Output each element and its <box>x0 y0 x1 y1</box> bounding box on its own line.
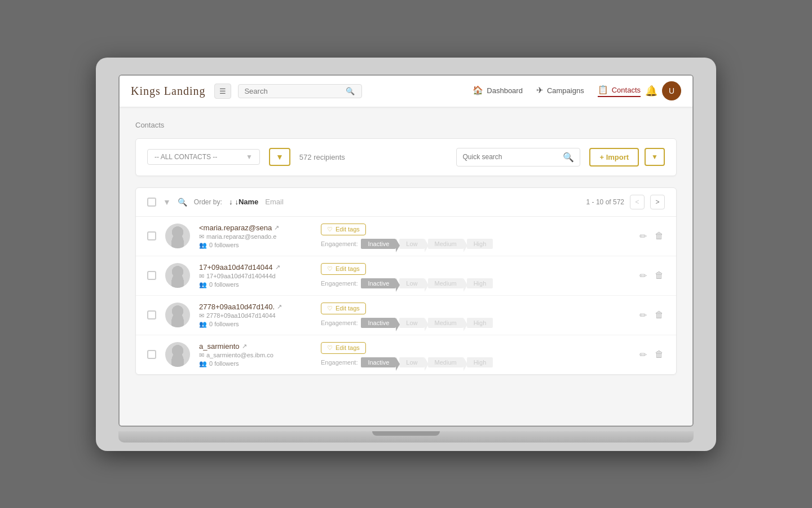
pagination-next[interactable]: > <box>650 195 665 209</box>
table-filter-icon[interactable]: ▼ <box>163 198 171 207</box>
contact-name-3[interactable]: 2778+09aa10d47d140. ↗ <box>199 303 312 311</box>
contact-tags-2: ♡ Edit tags Engagement: Inactive Low Med… <box>321 263 629 288</box>
nav-campaigns-label: Campaigns <box>547 86 584 95</box>
eng-medium-2[interactable]: Medium <box>428 278 464 288</box>
row-checkbox-4[interactable] <box>147 350 156 359</box>
eng-low-1[interactable]: Low <box>399 239 424 249</box>
heart-icon: ♡ <box>327 226 333 233</box>
external-link-icon: ↗ <box>242 343 247 350</box>
engagement-bar-4: Engagement: Inactive Low Medium High <box>321 357 629 367</box>
nav-campaigns[interactable]: ✈ Campaigns <box>536 85 584 97</box>
contact-followers-4: 👥 0 followers <box>199 360 312 367</box>
dashboard-icon: 🏠 <box>473 85 483 95</box>
heart-icon: ♡ <box>327 305 333 312</box>
pagination: 1 - 10 of 572 < > <box>586 195 665 209</box>
nav-links: 🏠 Dashboard ✈ Campaigns 📋 Contacts <box>473 85 641 97</box>
engagement-label: Engagement: <box>321 359 358 366</box>
contact-name-1[interactable]: <maria.reparaz@sena ↗ <box>199 224 312 232</box>
app-container: Kings Landing ☰ 🔍 🏠 Dashboard ✈ Campaign… <box>120 76 692 426</box>
nav-dashboard[interactable]: 🏠 Dashboard <box>473 85 523 97</box>
row-checkbox-2[interactable] <box>147 271 156 280</box>
followers-icon: 👥 <box>199 360 207 367</box>
delete-button-3[interactable]: 🗑 <box>654 309 665 321</box>
edit-tags-button-4[interactable]: ♡ Edit tags <box>321 342 366 354</box>
engagement-bar-3: Engagement: Inactive Low Medium High <box>321 318 629 328</box>
contact-followers-3: 👥 0 followers <box>199 321 312 328</box>
contact-name-2[interactable]: 17+09aa10d47d14044 ↗ <box>199 263 312 271</box>
navbar: Kings Landing ☰ 🔍 🏠 Dashboard ✈ Campaign… <box>120 76 692 107</box>
contact-name-4[interactable]: a_sarmiento ↗ <box>199 342 312 351</box>
email-icon: ✉ <box>199 312 204 319</box>
nav-search-icon: 🔍 <box>346 87 355 95</box>
import-dropdown-button[interactable]: ▼ <box>645 148 665 166</box>
select-all-checkbox[interactable] <box>147 198 156 207</box>
eng-inactive-3[interactable]: Inactive <box>361 318 396 328</box>
engagement-label: Engagement: <box>321 319 358 326</box>
eng-high-3[interactable]: High <box>467 318 493 328</box>
nav-contacts[interactable]: 📋 Contacts <box>598 85 641 97</box>
table-row: a_sarmiento ↗ ✉ a_sarmiento@es.ibm.co 👥 … <box>136 335 676 374</box>
nav-search-input[interactable] <box>244 87 346 95</box>
eng-high-4[interactable]: High <box>467 357 493 367</box>
logo: Kings Landing <box>131 85 205 98</box>
import-button[interactable]: + Import <box>589 148 639 167</box>
avatar <box>165 263 190 288</box>
eng-low-4[interactable]: Low <box>399 357 424 367</box>
edit-button-2[interactable]: ✏ <box>638 269 648 282</box>
eng-medium-1[interactable]: Medium <box>428 239 464 249</box>
delete-button-1[interactable]: 🗑 <box>654 230 665 242</box>
delete-button-2[interactable]: 🗑 <box>654 269 665 282</box>
filter-funnel-button[interactable]: ▼ <box>269 148 290 166</box>
eng-low-2[interactable]: Low <box>399 278 424 288</box>
heart-icon: ♡ <box>327 344 333 352</box>
followers-icon: 👥 <box>199 281 207 288</box>
table-search-icon[interactable]: 🔍 <box>178 198 187 207</box>
nav-search-box[interactable]: 🔍 <box>238 84 362 98</box>
contact-email-3: ✉ 2778+09aa10d47d14044 <box>199 312 312 319</box>
breadcrumb: Contacts <box>135 121 677 129</box>
sort-by-email[interactable]: Email <box>265 198 284 206</box>
contact-followers-2: 👥 0 followers <box>199 281 312 288</box>
followers-icon: 👥 <box>199 321 207 328</box>
contact-info-1: <maria.reparaz@sena ↗ ✉ maria.reparaz@se… <box>199 224 312 249</box>
sort-by-name[interactable]: ↓ ↓Name <box>229 198 258 206</box>
followers-icon: 👥 <box>199 242 207 249</box>
order-by-label: Order by: <box>194 198 222 206</box>
laptop-screen: Kings Landing ☰ 🔍 🏠 Dashboard ✈ Campaign… <box>118 75 694 427</box>
edit-tags-button-3[interactable]: ♡ Edit tags <box>321 303 366 314</box>
eng-medium-4[interactable]: Medium <box>428 357 464 367</box>
row-checkbox-1[interactable] <box>147 231 156 240</box>
recipients-count: 572 recipients <box>299 153 345 161</box>
pagination-prev[interactable]: < <box>630 195 645 209</box>
edit-tags-button-2[interactable]: ♡ Edit tags <box>321 263 366 275</box>
eng-low-3[interactable]: Low <box>399 318 424 328</box>
email-icon: ✉ <box>199 233 204 240</box>
eng-medium-3[interactable]: Medium <box>428 318 464 328</box>
contact-info-3: 2778+09aa10d47d140. ↗ ✉ 2778+09aa10d47d1… <box>199 303 312 328</box>
contact-actions-4: ✏ 🗑 <box>638 348 665 361</box>
laptop-frame: Kings Landing ☰ 🔍 🏠 Dashboard ✈ Campaign… <box>96 58 716 451</box>
filter-select-label: -- ALL CONTACTS -- <box>155 153 217 161</box>
edit-tags-button-1[interactable]: ♡ Edit tags <box>321 224 366 235</box>
contact-tags-3: ♡ Edit tags Engagement: Inactive Low Med… <box>321 303 629 328</box>
notifications-bell[interactable]: 🔔 <box>645 85 657 97</box>
eng-inactive-2[interactable]: Inactive <box>361 278 396 288</box>
eng-inactive-1[interactable]: Inactive <box>361 239 396 249</box>
eng-high-1[interactable]: High <box>467 239 493 249</box>
delete-button-4[interactable]: 🗑 <box>654 348 665 361</box>
edit-button-3[interactable]: ✏ <box>638 309 648 322</box>
user-avatar[interactable]: U <box>662 81 681 100</box>
contacts-filter-select[interactable]: -- ALL CONTACTS -- ▼ <box>147 149 260 165</box>
eng-high-2[interactable]: High <box>467 278 493 288</box>
edit-button-1[interactable]: ✏ <box>638 230 648 243</box>
filter-select-arrow-icon: ▼ <box>246 153 253 161</box>
edit-button-4[interactable]: ✏ <box>638 348 648 361</box>
menu-button[interactable]: ☰ <box>214 84 231 99</box>
row-checkbox-3[interactable] <box>147 310 156 319</box>
nav-contacts-label: Contacts <box>612 86 641 94</box>
avatar <box>165 224 190 248</box>
eng-inactive-4[interactable]: Inactive <box>361 357 396 367</box>
quick-search-input[interactable] <box>462 153 558 161</box>
contact-actions-1: ✏ 🗑 <box>638 230 665 243</box>
quick-search-box[interactable]: 🔍 <box>456 148 580 167</box>
